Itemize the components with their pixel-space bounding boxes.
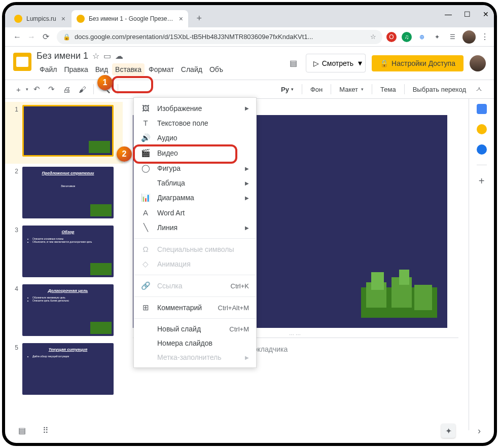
menu-item-icon: 🖼 <box>141 104 150 113</box>
menu-item-label: Таблица <box>157 179 185 187</box>
browser-tab-active[interactable]: Без имени 1 - Google Презента × <box>72 10 188 27</box>
slide-thumb[interactable]: 5 Текущая ситуацияДайте обзор текущей си… <box>11 343 117 395</box>
menu-item-label: Номера слайдов <box>157 339 212 347</box>
reading-list-icon[interactable]: ☰ <box>447 32 457 42</box>
browser-titlebar: Lumpics.ru × Без имени 1 - Google Презен… <box>5 5 494 27</box>
slide-number: 1 <box>11 106 18 157</box>
menu-item-новый-слайд[interactable]: Новый слайдCtrl+M <box>134 322 256 336</box>
grid-icon[interactable]: ⠿ <box>43 426 53 436</box>
new-tab-button[interactable]: + <box>192 11 206 25</box>
calendar-icon[interactable] <box>477 104 487 114</box>
present-button[interactable]: ▷ Смотреть <box>306 54 361 72</box>
slides-logo-icon[interactable] <box>13 53 31 71</box>
menu-item-комментарий[interactable]: ⊞КомментарийCtrl+Alt+M <box>134 300 256 315</box>
ext-icon[interactable]: ♫ <box>402 32 412 42</box>
toolbar: +▾ ↶ ↷ 🖨 🖌 🔍 Py▾ Фон Макет Тема Выбрать … <box>5 80 494 99</box>
menu-item-изображение[interactable]: 🖼Изображение▶ <box>134 101 256 116</box>
share-label: Настройки Доступа <box>391 59 455 67</box>
ext-icon[interactable]: ⊕ <box>417 32 427 42</box>
menu-item-линия[interactable]: ╲Линия▶ <box>134 220 256 235</box>
ext-icon[interactable]: O <box>386 32 397 42</box>
print-button[interactable]: 🖨 <box>60 83 74 96</box>
url-input[interactable]: 🔒 docs.google.com/presentation/d/1SXbL-t… <box>57 30 382 44</box>
url-text: docs.google.com/presentation/d/1SXbL-tB5… <box>75 33 313 41</box>
present-dropdown[interactable]: ▾ <box>355 54 366 72</box>
undo-button[interactable]: ↶ <box>30 83 43 96</box>
menu-insert[interactable]: Вставка <box>112 63 145 76</box>
tb-background[interactable]: Фон <box>306 84 327 95</box>
star-icon[interactable]: ☆ <box>92 51 99 61</box>
slide-thumb[interactable]: 3 ОбзорОпишите основные планыОбъясните, … <box>11 226 117 277</box>
menu-item-label: Новый слайд <box>157 325 201 333</box>
tb-layout[interactable]: Макет <box>335 84 368 95</box>
bookmark-icon[interactable]: ☆ <box>370 33 376 41</box>
chevron-right-icon: ▶ <box>245 166 249 171</box>
close-window-icon[interactable]: ✕ <box>483 10 489 18</box>
menu-item-label: Специальные символы <box>157 245 234 253</box>
present-label: Смотреть <box>322 59 353 67</box>
menu-edit[interactable]: Правка <box>61 63 91 76</box>
menu-item-label: Изображение <box>157 104 202 113</box>
slide-number: 5 <box>11 344 18 395</box>
minimize-icon[interactable]: — <box>445 10 452 18</box>
redo-button[interactable]: ↷ <box>45 83 58 96</box>
slide-thumb[interactable]: 1 <box>5 102 123 164</box>
move-icon[interactable]: ▭ <box>103 51 111 61</box>
tb-py[interactable]: Py▾ <box>277 84 298 95</box>
slide-thumb[interactable]: 4 Долгосрочная цельОбозначьте желаемую ц… <box>11 284 117 336</box>
collapse-rail-icon[interactable]: › <box>478 426 481 436</box>
close-icon[interactable]: × <box>61 15 65 23</box>
menu-item-word-art[interactable]: AWord Art <box>134 205 256 220</box>
slide-thumb[interactable]: 2 Предложение стратегииЗаголовок <box>11 167 117 218</box>
browser-tab[interactable]: Lumpics.ru × <box>9 10 70 27</box>
menu-item-номера-слайдов[interactable]: Номера слайдов <box>134 336 256 350</box>
keep-icon[interactable] <box>477 124 487 134</box>
browser-addressbar: ← → ⟳ 🔒 docs.google.com/presentation/d/1… <box>5 27 494 47</box>
menu-item-таблица[interactable]: Таблица▶ <box>134 176 256 190</box>
extensions-icon[interactable]: ✦ <box>432 32 442 42</box>
browser-profile-avatar[interactable] <box>462 30 476 44</box>
share-button[interactable]: 🔒 Настройки Доступа <box>372 55 464 71</box>
account-avatar[interactable] <box>470 55 486 71</box>
tasks-icon[interactable] <box>477 144 487 155</box>
collapse-icon[interactable]: ㅅ <box>472 83 486 96</box>
document-title[interactable]: Без имени 1 <box>37 51 88 61</box>
maximize-icon[interactable]: ☐ <box>464 10 471 18</box>
menu-view[interactable]: Вид <box>92 63 111 76</box>
tb-transition[interactable]: Выбрать переход <box>409 84 470 95</box>
menu-icon[interactable]: ⋮ <box>481 32 489 42</box>
paint-format-button[interactable]: 🖌 <box>76 83 89 96</box>
menu-slide[interactable]: Слайд <box>178 63 205 76</box>
reload-button[interactable]: ⟳ <box>39 32 53 42</box>
forward-button[interactable]: → <box>24 32 39 42</box>
menu-item-аудио[interactable]: 🔊Аудио <box>134 130 256 145</box>
menu-item-icon: T <box>141 119 150 127</box>
menu-item-icon: 🔗 <box>141 281 150 290</box>
menu-item-label: Метка-заполнитель <box>157 353 221 361</box>
menu-item-label: Ссылка <box>157 282 183 290</box>
insert-menu-dropdown: 🖼Изображение▶TТекстовое поле🔊Аудио🎬Видео… <box>133 97 257 368</box>
menu-item-диаграмма[interactable]: 📊Диаграмма▶ <box>134 190 256 205</box>
filmstrip-icon[interactable]: ▤ <box>18 426 28 436</box>
add-icon[interactable]: + <box>479 175 485 187</box>
menu-item-label: Комментарий <box>157 304 202 312</box>
cloud-icon[interactable]: ☁ <box>115 51 123 61</box>
callout-1: 1 <box>97 75 113 90</box>
tab-title: Без имени 1 - Google Презента <box>89 15 174 22</box>
menu-item-текстовое-поле[interactable]: TТекстовое поле <box>134 116 256 130</box>
back-button[interactable]: ← <box>10 32 24 42</box>
menu-format[interactable]: Формат <box>146 63 177 76</box>
menu-arrange[interactable]: Объ <box>206 63 226 76</box>
explore-button[interactable]: ✦ <box>441 424 455 438</box>
comments-icon[interactable]: ▤ <box>288 57 300 69</box>
menu-item-icon: A <box>141 208 150 217</box>
menu-file[interactable]: Файл <box>37 63 60 76</box>
favicon-icon <box>14 15 22 23</box>
lock-icon: 🔒 <box>380 59 388 67</box>
close-icon[interactable]: × <box>179 15 183 23</box>
tb-theme[interactable]: Тема <box>376 84 400 95</box>
menu-item-icon: 📊 <box>141 193 150 202</box>
new-slide-button[interactable]: + <box>13 83 24 96</box>
slide-panel[interactable]: 1 2 Предложение стратегииЗаголовок 3 Обз… <box>5 99 123 430</box>
favicon-icon <box>77 15 85 23</box>
